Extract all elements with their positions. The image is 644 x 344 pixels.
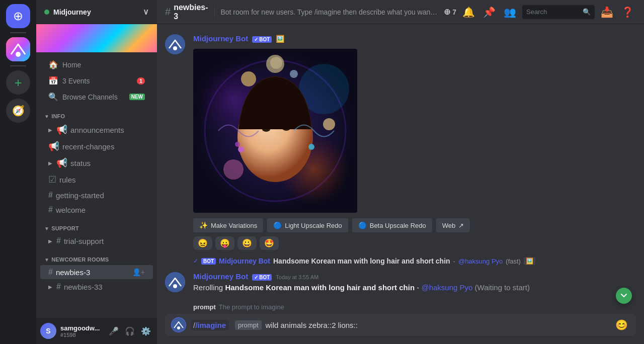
make-variations-button[interactable]: ✨ Make Variations [193, 218, 263, 232]
emoji-picker-button[interactable]: 😊 [613, 317, 630, 333]
reaction-2[interactable]: 😛 [215, 236, 234, 250]
bot-avatar-2 [165, 272, 185, 292]
category-info-label: INFO [51, 113, 65, 119]
svg-point-16 [238, 146, 244, 152]
svg-point-24 [177, 326, 180, 329]
channel-name-label-7: trial-support [64, 237, 104, 245]
prompt-area: prompt The prompt to imagine [165, 297, 636, 314]
image-icon-btn[interactable]: 🖼️ [276, 35, 284, 43]
category-newcomer[interactable]: ▼ NEWCOMER ROOMS [36, 248, 157, 265]
member-count-badge: ⊕ 7 [444, 7, 456, 17]
channel-name-label-5: getting-started [56, 191, 104, 200]
svg-point-17 [235, 142, 240, 147]
channel-getting-started[interactable]: # getting-started [40, 188, 153, 202]
scroll-to-bottom-button[interactable] [616, 288, 632, 304]
category-newcomer-label: NEWCOMER ROOMS [51, 256, 109, 263]
server-banner [36, 24, 157, 52]
user-controls: 🎤 🎧 ⚙️ [107, 324, 153, 338]
channel-announcements[interactable]: ▶ 📢 announcements [40, 122, 153, 138]
pin-button[interactable]: 📌 [481, 4, 498, 20]
message-content-image: Midjourney Bot ✓ BOT 🖼️ [193, 34, 636, 250]
bold-prompt-text: Handsome Korean man with long hair and s… [225, 283, 415, 292]
server-divider [10, 32, 26, 33]
search-label: Search [526, 8, 547, 16]
sparkles-icon: ✨ [199, 221, 208, 229]
reactions: 😖 😛 😀 🤩 [193, 236, 636, 250]
channel-status[interactable]: ▶ 📢 status [40, 155, 153, 171]
channel-list: 🏠 Home 📅 3 Events 1 🔍 Browse Channels NE… [36, 52, 157, 318]
nav-browse-channels[interactable]: 🔍 Browse Channels NEW [40, 89, 153, 105]
help-button[interactable]: ❓ [619, 4, 636, 20]
msg-timestamp: Today at 3:55 AM [276, 274, 318, 280]
web-button[interactable]: Web ↗ [436, 218, 470, 232]
chat-text-input[interactable] [266, 321, 610, 329]
fast-label: (fast) [506, 257, 521, 265]
channel-recent-changes[interactable]: 📢 recent-changes [40, 138, 153, 154]
channel-newbies-3[interactable]: # newbies-3 👤+ [40, 265, 153, 279]
nav-home[interactable]: 🏠 Home [40, 57, 153, 72]
category-info[interactable]: ▼ INFO [36, 105, 157, 121]
svg-point-10 [290, 70, 298, 78]
nav-events[interactable]: 📅 3 Events 1 [40, 73, 153, 89]
add-member-icon[interactable]: 👤+ [132, 268, 145, 276]
new-badge: NEW [129, 94, 145, 100]
category-chevron-support: ▼ [44, 226, 49, 231]
channel-rules[interactable]: ☑ rules [40, 171, 153, 188]
svg-point-20 [270, 57, 282, 69]
svg-point-12 [223, 159, 244, 180]
slash-command: / /imagine [190, 320, 229, 330]
prompt-keyword: prompt [193, 303, 216, 311]
beta-upscale-redo-button[interactable]: 🔵 Beta Upscale Redo [352, 218, 432, 232]
topbar: # newbies-3 Bot room for new users. Type… [157, 0, 644, 24]
message-group-bot-header: ✓ BOT Midjourney Bot Handsome Korean man… [165, 254, 636, 268]
svg-point-22 [173, 284, 177, 288]
light-upscale-redo-button[interactable]: 🔵 Light Upscale Redo [267, 218, 348, 232]
hash-icon: # [48, 191, 53, 200]
notification-settings-button[interactable]: 🔔 [460, 4, 477, 20]
channel-newbies-33[interactable]: ▶ # newbies-33 [40, 280, 153, 294]
user-discriminator: #1598 [60, 332, 103, 338]
midjourney-server-icon[interactable] [6, 37, 30, 61]
server-header[interactable]: Midjourney ∨ [36, 0, 157, 24]
user-avatar: S [40, 323, 56, 339]
hash-icon-3: # [56, 236, 61, 245]
search-bar[interactable]: Search 🔍 [522, 5, 595, 19]
username-label: samgoodw... [60, 324, 103, 332]
bot-tag: ✓ BOT [252, 36, 272, 43]
member-list-button[interactable]: 👥 [502, 4, 518, 20]
thread-icon: ⊕ [444, 7, 450, 17]
chat-input-bar: / /imagine prompt 😊 [165, 314, 636, 336]
home-icon: 🏠 [48, 60, 58, 69]
bot-name-inline: Midjourney Bot [219, 257, 270, 265]
topbar-channel-name: newbies-3 [174, 3, 208, 21]
deafen-button[interactable]: 🎧 [123, 324, 137, 338]
nav-browse-label: Browse Channels [62, 93, 118, 101]
expand-icon-2: ▶ [48, 160, 52, 166]
midjourney-avatar-icon-2 [165, 272, 185, 292]
image-thumb-icon[interactable]: 🖼️ [524, 257, 535, 265]
search-icon: 🔍 [583, 8, 591, 16]
category-support[interactable]: ▼ SUPPORT [36, 217, 157, 233]
bot-msg-header-2: Midjourney Bot ✓ BOT Today at 3:55 AM [193, 272, 636, 281]
main-content: # newbies-3 Bot room for new users. Type… [157, 0, 644, 344]
mute-button[interactable]: 🎤 [107, 324, 121, 338]
discord-home-button[interactable]: ⊕ [6, 4, 30, 28]
category-support-label: SUPPORT [51, 225, 79, 231]
external-link-icon: ↗ [458, 222, 464, 229]
settings-button[interactable]: ⚙️ [139, 324, 153, 338]
bot-message-content: Midjourney Bot ✓ BOT Today at 3:55 AM Re… [193, 272, 636, 293]
image-canvas [193, 49, 357, 213]
reaction-1[interactable]: 😖 [193, 236, 212, 250]
add-server-button[interactable]: + [6, 70, 30, 95]
discover-servers-button[interactable]: 🧭 [6, 99, 30, 123]
reaction-3[interactable]: 😀 [237, 236, 257, 250]
svg-point-3 [173, 46, 177, 50]
reaction-4[interactable]: 🤩 [260, 236, 279, 250]
checkmark-icon: ✓ [254, 37, 258, 42]
server-name-label: Midjourney [53, 8, 91, 16]
expand-icon: ▶ [48, 127, 52, 133]
channel-welcome[interactable]: # welcome [40, 203, 153, 217]
inbox-button[interactable]: 📥 [599, 4, 615, 20]
nav-home-label: Home [62, 61, 81, 69]
channel-trial-support[interactable]: ▶ # trial-support [40, 234, 153, 248]
